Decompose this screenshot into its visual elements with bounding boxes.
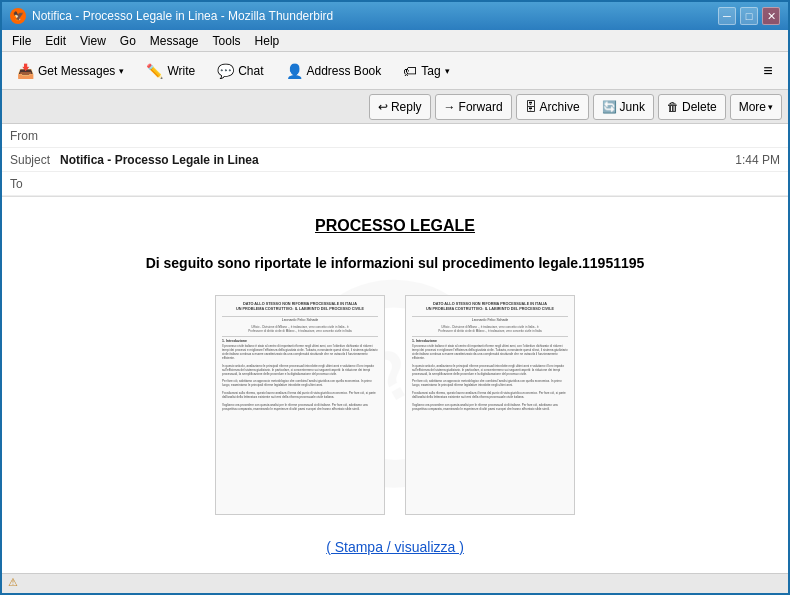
status-icon: ⚠ — [8, 576, 24, 592]
doc2-title: DATO ALLO STESSO NON RIFORMA PROCESSUALE… — [412, 302, 568, 313]
archive-icon: 🗄 — [525, 100, 537, 114]
stampa-link[interactable]: ( Stampa / visualizza ) — [55, 539, 735, 555]
doc1-divider2 — [222, 336, 378, 337]
write-label: Write — [167, 64, 195, 78]
menu-view[interactable]: View — [74, 32, 112, 50]
forward-icon: → — [444, 100, 456, 114]
doc1-text: Il processo civile italiano è stato al c… — [222, 345, 378, 411]
app-icon: 🦅 — [10, 8, 26, 24]
subject-label: Subject — [10, 153, 60, 167]
document-preview-2: DATO ALLO STESSO NON RIFORMA PROCESSUALE… — [405, 295, 575, 515]
more-button[interactable]: More ▾ — [730, 94, 782, 120]
chat-icon: 💬 — [217, 63, 234, 79]
menu-message[interactable]: Message — [144, 32, 205, 50]
to-row: To — [2, 172, 788, 196]
junk-label: Junk — [620, 100, 645, 114]
doc2-divider — [412, 316, 568, 317]
reply-button[interactable]: ↩ Reply — [369, 94, 431, 120]
delete-button[interactable]: 🗑 Delete — [658, 94, 726, 120]
menu-go[interactable]: Go — [114, 32, 142, 50]
main-window: 🦅 Notifica - Processo Legale in Linea - … — [0, 0, 790, 595]
subject-value: Notifica - Processo Legale in Linea — [60, 153, 735, 167]
maximize-button[interactable]: □ — [740, 7, 758, 25]
titlebar-left: 🦅 Notifica - Processo Legale in Linea - … — [10, 8, 333, 24]
delete-label: Delete — [682, 100, 717, 114]
menu-edit[interactable]: Edit — [39, 32, 72, 50]
doc1-name: Leonardo Febo Schade — [222, 318, 378, 323]
menu-tools[interactable]: Tools — [207, 32, 247, 50]
menu-help[interactable]: Help — [249, 32, 286, 50]
tag-dropdown-icon: ▾ — [445, 66, 450, 76]
to-label: To — [10, 177, 60, 191]
tag-icon: 🏷 — [403, 63, 417, 79]
window-title: Notifica - Processo Legale in Linea - Mo… — [32, 9, 333, 23]
from-row: From — [2, 124, 788, 148]
address-book-icon: 👤 — [286, 63, 303, 79]
chat-label: Chat — [238, 64, 263, 78]
doc2-name: Leonardo Febo Schade — [412, 318, 568, 323]
get-messages-button[interactable]: 📥 Get Messages ▾ — [8, 58, 133, 84]
titlebar: 🦅 Notifica - Processo Legale in Linea - … — [2, 2, 788, 30]
address-book-button[interactable]: 👤 Address Book — [277, 58, 391, 84]
get-messages-label: Get Messages — [38, 64, 115, 78]
toolbar-menu-button[interactable]: ≡ — [754, 57, 782, 85]
email-header: From Subject Notifica - Processo Legale … — [2, 124, 788, 197]
junk-button[interactable]: 🔄 Junk — [593, 94, 654, 120]
more-label: More — [739, 100, 766, 114]
write-button[interactable]: ✏️ Write — [137, 58, 204, 84]
junk-icon: 🔄 — [602, 100, 617, 114]
doc2-divider2 — [412, 336, 568, 337]
email-time: 1:44 PM — [735, 153, 780, 167]
doc2-subtitle: Ufficio - Divisione di Milano -, è trala… — [412, 325, 568, 333]
menu-file[interactable]: File — [6, 32, 37, 50]
tag-label: Tag — [421, 64, 440, 78]
menubar: File Edit View Go Message Tools Help — [2, 30, 788, 52]
email-content: PROCESSO LEGALE Di seguito sono riportat… — [55, 217, 735, 555]
write-icon: ✏️ — [146, 63, 163, 79]
reply-label: Reply — [391, 100, 422, 114]
document-preview-1: DATO ALLO STESSO NON RIFORMA PROCESSUALE… — [215, 295, 385, 515]
address-book-label: Address Book — [307, 64, 382, 78]
statusbar: ⚠ — [2, 573, 788, 593]
get-messages-icon: 📥 — [17, 63, 34, 79]
email-title: PROCESSO LEGALE — [55, 217, 735, 235]
documents-container: DATO ALLO STESSO NON RIFORMA PROCESSUALE… — [55, 295, 735, 515]
archive-button[interactable]: 🗄 Archive — [516, 94, 589, 120]
email-body: ? PROCESSO LEGALE Di seguito sono riport… — [2, 197, 788, 573]
minimize-button[interactable]: ─ — [718, 7, 736, 25]
more-dropdown-icon: ▾ — [768, 102, 773, 112]
doc1-subtitle: Ufficio - Divisione di Milano -, è trala… — [222, 325, 378, 333]
close-button[interactable]: ✕ — [762, 7, 780, 25]
reply-icon: ↩ — [378, 100, 388, 114]
from-label: From — [10, 129, 60, 143]
forward-label: Forward — [459, 100, 503, 114]
subject-row: Subject Notifica - Processo Legale in Li… — [2, 148, 788, 172]
actionbar: ↩ Reply → Forward 🗄 Archive 🔄 Junk 🗑 Del… — [2, 90, 788, 124]
doc1-divider — [222, 316, 378, 317]
chat-button[interactable]: 💬 Chat — [208, 58, 272, 84]
delete-icon: 🗑 — [667, 100, 679, 114]
email-intro: Di seguito sono riportate le informazion… — [55, 255, 735, 271]
doc2-text: Il processo civile italiano è stato al c… — [412, 345, 568, 411]
doc1-title: DATO ALLO STESSO NON RIFORMA PROCESSUALE… — [222, 302, 378, 313]
get-messages-dropdown-icon: ▾ — [119, 66, 124, 76]
toolbar: 📥 Get Messages ▾ ✏️ Write 💬 Chat 👤 Addre… — [2, 52, 788, 90]
tag-button[interactable]: 🏷 Tag ▾ — [394, 58, 458, 84]
archive-label: Archive — [540, 100, 580, 114]
window-controls: ─ □ ✕ — [718, 7, 780, 25]
forward-button[interactable]: → Forward — [435, 94, 512, 120]
